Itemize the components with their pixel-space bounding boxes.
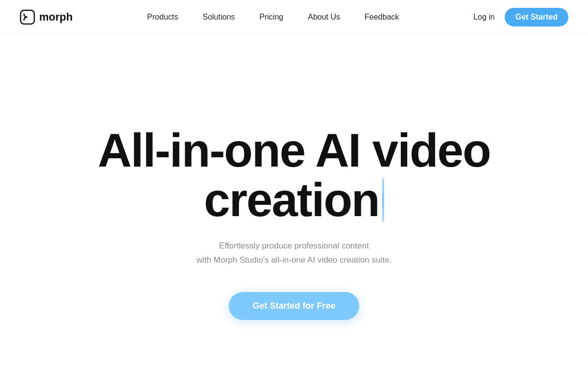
cursor-blink bbox=[382, 178, 384, 222]
nav-solutions[interactable]: Solutions bbox=[202, 13, 235, 21]
hero-title-line1: All-in-one AI video bbox=[98, 126, 490, 175]
hero-title: All-in-one AI video creation bbox=[98, 126, 490, 225]
nav-products[interactable]: Products bbox=[147, 13, 178, 21]
hero-section: All-in-one AI video creation Effortlessl… bbox=[0, 34, 588, 392]
nav-links: Products Solutions Pricing About Us Feed… bbox=[147, 13, 399, 22]
logo-link[interactable]: morph bbox=[20, 9, 73, 25]
hero-subtitle: Effortlessly produce professional conten… bbox=[196, 239, 392, 268]
morph-logo-icon bbox=[20, 9, 35, 25]
get-started-nav-button[interactable]: Get Started bbox=[505, 8, 568, 26]
login-button[interactable]: Log in bbox=[473, 13, 495, 22]
nav-about-us[interactable]: About Us bbox=[308, 13, 340, 21]
nav-pricing[interactable]: Pricing bbox=[259, 13, 283, 21]
nav-actions: Log in Get Started bbox=[473, 8, 568, 26]
hero-cta-button[interactable]: Get Started for Free bbox=[229, 292, 359, 320]
nav-feedback[interactable]: Feedback bbox=[365, 13, 399, 21]
navbar: morph Products Solutions Pricing About U… bbox=[0, 0, 588, 34]
hero-title-line2: creation bbox=[98, 175, 490, 225]
logo-text: morph bbox=[39, 11, 73, 24]
